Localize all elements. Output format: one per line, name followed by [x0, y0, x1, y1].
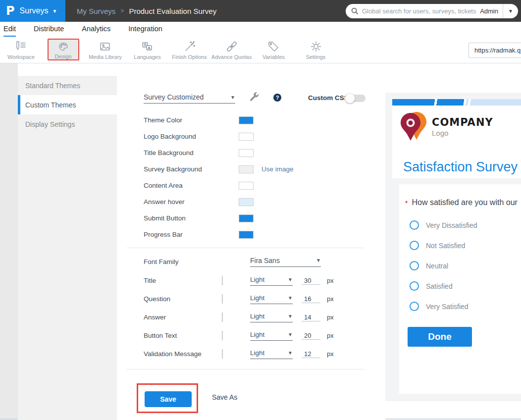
- toolbar-item-languages[interactable]: Languages: [134, 38, 160, 60]
- search-input[interactable]: [362, 7, 480, 15]
- color-row-survey-background: Survey Background Use image: [144, 161, 376, 177]
- answer-color-swatch[interactable]: [222, 313, 223, 322]
- option-not-satisfied[interactable]: Not Satisfied: [399, 235, 521, 256]
- chevron-down-icon: ▼: [288, 350, 293, 356]
- tab-integration[interactable]: Integration: [128, 25, 162, 36]
- media-library-icon: [99, 40, 111, 53]
- section-divider: [127, 369, 365, 369]
- save-button[interactable]: Save: [145, 391, 192, 407]
- survey-title: Satisfaction Survey: [403, 159, 518, 175]
- logo-background-swatch[interactable]: [239, 133, 254, 141]
- color-row-logo-background: Logo Background: [144, 128, 376, 145]
- breadcrumb-current: Product Evaluation Survey: [129, 7, 216, 15]
- survey-background-swatch[interactable]: [239, 165, 254, 173]
- radio-icon[interactable]: [410, 302, 419, 311]
- radio-icon[interactable]: [410, 241, 419, 250]
- button-text-weight-select[interactable]: Light▼: [250, 331, 293, 341]
- sidebar-item-custom-themes[interactable]: Custom Themes: [18, 95, 117, 114]
- tab-distribute[interactable]: Distribute: [34, 25, 64, 36]
- title-background-swatch[interactable]: [239, 149, 254, 157]
- submit-button-swatch[interactable]: [239, 214, 254, 222]
- chevron-down-icon: ▼: [288, 277, 293, 282]
- edit-theme-button[interactable]: [249, 92, 260, 105]
- admin-menu[interactable]: Admin: [480, 7, 498, 15]
- admin-chevron-down-icon[interactable]: ▼: [503, 8, 518, 14]
- finish-options-icon: [183, 40, 196, 53]
- sidebar-item-display-settings[interactable]: Display Settings: [18, 114, 117, 134]
- toolbar-item-media-library[interactable]: Media Library: [89, 38, 122, 60]
- content-area-swatch[interactable]: [239, 182, 254, 190]
- chevron-down-icon: ▼: [288, 332, 293, 337]
- validation-message-color-swatch[interactable]: [222, 349, 223, 359]
- answer-hover-swatch[interactable]: [239, 198, 254, 206]
- section-divider: [127, 248, 365, 248]
- sidebar-item-standard-themes[interactable]: Standard Themes: [18, 76, 117, 95]
- radio-icon[interactable]: [410, 281, 419, 291]
- toolbar-item-finish-options[interactable]: Finish Options: [172, 38, 207, 60]
- tab-analytics[interactable]: Analytics: [82, 25, 110, 36]
- use-image-link[interactable]: Use image: [261, 165, 294, 173]
- theme-color-swatch[interactable]: [239, 116, 254, 124]
- option-very-satisfied[interactable]: Very Satisfied: [399, 296, 521, 316]
- color-row-content-area: Content Area: [144, 177, 376, 194]
- radio-icon[interactable]: [410, 261, 419, 270]
- toolbar-item-settings[interactable]: Settings: [306, 38, 326, 60]
- answer-size-input[interactable]: [302, 314, 320, 321]
- save-as-link[interactable]: Save As: [212, 393, 237, 401]
- font-row-button-text: Button Text Light▼ px: [144, 326, 376, 345]
- company-pin-icon: [400, 111, 427, 143]
- progress-bar-swatch[interactable]: [239, 231, 254, 239]
- title-weight-select[interactable]: Light▼: [250, 276, 293, 286]
- app-switcher[interactable]: P Surveys ▼: [0, 0, 65, 22]
- company-logo-subtitle: Logo: [432, 129, 493, 137]
- option-very-dissatisfied[interactable]: Very Dissatisfied: [399, 215, 521, 235]
- option-satisfied[interactable]: Satisfied: [399, 276, 521, 296]
- option-neutral[interactable]: Neutral: [399, 256, 521, 276]
- custom-theme-panel: Survey Customized ▼ ? Custom CSS Theme C…: [117, 63, 385, 420]
- theme-preview-panel: COMPANY Logo Satisfaction Survey * How s…: [385, 93, 521, 401]
- languages-icon: [141, 40, 154, 53]
- question-color-swatch[interactable]: [222, 294, 223, 304]
- toolbar-item-design[interactable]: Design: [48, 39, 79, 60]
- radio-icon[interactable]: [410, 220, 419, 230]
- color-row-progress-bar: Progress Bar: [144, 226, 376, 243]
- validation-message-size-input[interactable]: [302, 350, 320, 358]
- help-icon[interactable]: ?: [273, 94, 281, 102]
- chevron-down-icon: ▼: [288, 295, 293, 301]
- answer-weight-select[interactable]: Light▼: [250, 313, 293, 322]
- question-text-row: * How satisfied are you with our: [399, 184, 521, 207]
- breadcrumb-my-surveys[interactable]: My Surveys: [77, 7, 115, 15]
- survey-url-field[interactable]: [469, 43, 521, 58]
- question-size-input[interactable]: [302, 295, 320, 303]
- font-row-validation-message: Validation Message Light▼ px: [144, 345, 376, 363]
- title-size-input[interactable]: [302, 277, 320, 285]
- button-text-color-swatch[interactable]: [222, 331, 223, 340]
- tab-edit[interactable]: Edit: [3, 25, 16, 37]
- toolbar-item-variables[interactable]: Variables: [262, 38, 285, 60]
- variables-icon: [267, 40, 280, 53]
- button-text-size-input[interactable]: [302, 332, 320, 340]
- wrench-icon: [249, 92, 260, 103]
- title-color-swatch[interactable]: [222, 276, 223, 285]
- top-header: P Surveys ▼ My Surveys > Product Evaluat…: [0, 0, 521, 22]
- validation-message-weight-select[interactable]: Light▼: [250, 349, 293, 359]
- company-logo-text: COMPANY Logo: [432, 116, 493, 137]
- company-logo: COMPANY Logo: [400, 111, 493, 143]
- font-family-select[interactable]: Fira Sans ▼: [250, 257, 321, 267]
- theme-select[interactable]: Survey Customized ▼: [144, 93, 235, 104]
- font-row-question: Question Light▼ px: [144, 290, 376, 308]
- toolbar-item-advance-quotas[interactable]: Advance Quotas: [211, 38, 252, 60]
- preview-header: COMPANY Logo Satisfaction Survey: [392, 99, 521, 178]
- custom-css-toggle[interactable]: [346, 95, 365, 102]
- toolbar-item-workspace[interactable]: Workspace: [7, 38, 35, 60]
- font-family-row: Font Family Fira Sans ▼: [144, 254, 376, 269]
- color-row-title-background: Title Background: [144, 145, 376, 161]
- font-row-title: Title Light▼ px: [144, 271, 376, 290]
- question-weight-select[interactable]: Light▼: [250, 294, 293, 304]
- theme-select-value: Survey Customized: [144, 93, 204, 101]
- annotation-box-save: Save: [137, 383, 198, 413]
- design-sidebar: Standard Themes Custom Themes Display Se…: [18, 76, 117, 420]
- answer-options: Very Dissatisfied Not Satisfied Neutral …: [399, 215, 521, 316]
- toggle-knob: [345, 93, 355, 104]
- done-button[interactable]: Done: [408, 327, 472, 347]
